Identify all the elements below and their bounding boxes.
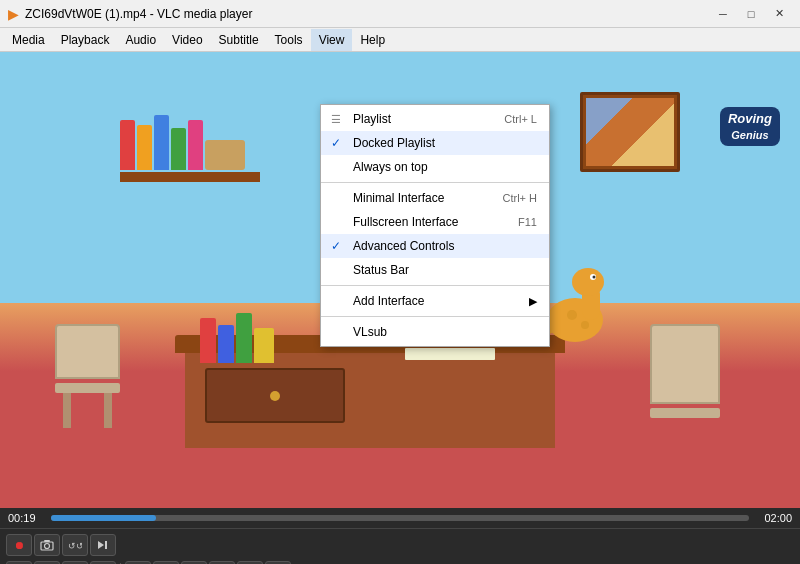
menu-item-advanced-controls[interactable]: ✓ Advanced Controls — [321, 234, 549, 258]
fullscreen-interface-label: Fullscreen Interface — [353, 215, 458, 229]
advanced-controls-check: ✓ — [331, 239, 341, 253]
advanced-controls-row: ⏺ ↺↺ — [6, 531, 794, 559]
menu-item-playlist[interactable]: ☰ Playlist Ctrl+ L — [321, 107, 549, 131]
shelf — [120, 112, 260, 182]
minimal-interface-label: Minimal Interface — [353, 191, 444, 205]
docked-playlist-label: Docked Playlist — [353, 136, 435, 150]
always-on-top-label: Always on top — [353, 160, 428, 174]
menu-item-playback[interactable]: Playback — [53, 29, 118, 51]
roving-genius-logo: Roving Genius — [720, 107, 780, 146]
svg-point-9 — [45, 543, 50, 548]
svg-point-3 — [572, 268, 604, 296]
add-interface-label: Add Interface — [353, 294, 424, 308]
chair-left — [55, 324, 120, 428]
menu-bar: Media Playback Audio Video Subtitle Tool… — [0, 28, 800, 52]
window-controls: ─ □ ✕ — [710, 4, 792, 24]
menu-item-vlsub[interactable]: VLsub — [321, 320, 549, 344]
menu-item-docked-playlist[interactable]: ✓ Docked Playlist — [321, 131, 549, 155]
menu-item-help[interactable]: Help — [352, 29, 393, 51]
vlsub-label: VLsub — [353, 325, 387, 339]
minimal-interface-shortcut: Ctrl+ H — [502, 192, 537, 204]
title-bar: ▶ ZCI69dVtW0E (1).mp4 - VLC media player… — [0, 0, 800, 28]
menu-item-subtitle[interactable]: Subtitle — [211, 29, 267, 51]
maximize-button[interactable]: □ — [738, 4, 764, 24]
record-button[interactable]: ⏺ — [6, 534, 32, 556]
video-area: Roving Genius — [0, 52, 800, 508]
add-interface-arrow: ▶ — [529, 295, 537, 308]
progress-bar[interactable] — [51, 515, 749, 521]
main-controls-row: ▶ ⏮ ⏹ ⏭ ☰ ⇄ ↻ ✕ 🔊 100% — [6, 559, 794, 565]
svg-rect-10 — [44, 540, 50, 542]
advanced-controls-label: Advanced Controls — [353, 239, 454, 253]
svg-marker-12 — [98, 541, 104, 549]
svg-point-7 — [581, 321, 589, 329]
app-icon: ▶ — [8, 6, 19, 22]
menu-item-audio[interactable]: Audio — [117, 29, 164, 51]
loop-ab-button[interactable]: ↺↺ — [62, 534, 88, 556]
separator-2 — [321, 285, 549, 286]
controls-area: ⏺ ↺↺ ▶ ⏮ ⏹ ⏭ ☰ ⇄ ↻ ✕ 🔊 100% — [0, 528, 800, 564]
minimize-button[interactable]: ─ — [710, 4, 736, 24]
svg-point-6 — [567, 310, 577, 320]
window-title: ZCI69dVtW0E (1).mp4 - VLC media player — [25, 7, 710, 21]
status-bar-label: Status Bar — [353, 263, 409, 277]
svg-point-5 — [593, 276, 596, 279]
time-elapsed: 00:19 — [8, 512, 43, 524]
menu-item-status-bar[interactable]: Status Bar — [321, 258, 549, 282]
svg-rect-13 — [105, 541, 107, 549]
playlist-shortcut: Ctrl+ L — [504, 113, 537, 125]
menu-item-always-on-top[interactable]: Always on top — [321, 155, 549, 179]
cartoon-background: Roving Genius — [0, 52, 800, 508]
menu-item-media[interactable]: Media — [4, 29, 53, 51]
separator-1 — [321, 182, 549, 183]
fullscreen-interface-shortcut: F11 — [518, 216, 537, 228]
menu-item-tools[interactable]: Tools — [267, 29, 311, 51]
menu-item-minimal-interface[interactable]: Minimal Interface Ctrl+ H — [321, 186, 549, 210]
snapshot-button[interactable] — [34, 534, 60, 556]
progress-area: 00:19 02:00 — [0, 508, 800, 528]
separator-3 — [321, 316, 549, 317]
progress-fill — [51, 515, 156, 521]
playlist-label: Playlist — [353, 112, 391, 126]
menu-item-fullscreen-interface[interactable]: Fullscreen Interface F11 — [321, 210, 549, 234]
desk — [175, 335, 565, 448]
time-total: 02:00 — [757, 512, 792, 524]
picture-frame — [580, 92, 680, 172]
view-menu-dropdown: ☰ Playlist Ctrl+ L ✓ Docked Playlist Alw… — [320, 104, 550, 347]
svg-text:↺↺: ↺↺ — [68, 541, 82, 551]
docked-playlist-check: ✓ — [331, 136, 341, 150]
menu-item-view[interactable]: View — [311, 29, 353, 51]
menu-item-add-interface[interactable]: Add Interface ▶ — [321, 289, 549, 313]
menu-item-video[interactable]: Video — [164, 29, 210, 51]
frame-by-frame-button[interactable] — [90, 534, 116, 556]
chair-right — [650, 324, 720, 418]
close-button[interactable]: ✕ — [766, 4, 792, 24]
